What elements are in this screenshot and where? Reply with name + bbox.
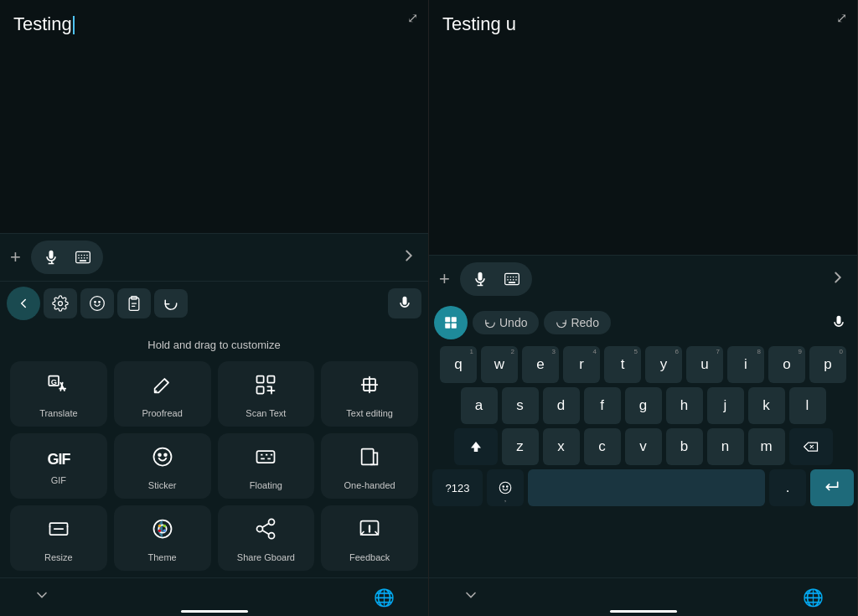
left-icon-bar [0,281,428,325]
grid-item-feedback[interactable]: Feedback [321,505,418,571]
resize-icon [47,517,70,546]
right-keyboard-button[interactable] [499,266,525,292]
redo-button[interactable]: Redo [544,311,610,334]
key-q[interactable]: q1 [440,346,477,383]
key-u[interactable]: u7 [686,346,723,383]
right-grid-button[interactable] [434,306,468,339]
key-g[interactable]: g [625,387,662,424]
left-panel: Testing ⤢ + [0,0,429,616]
svg-point-53 [503,486,504,488]
left-send-button[interactable] [400,246,418,269]
left-chevron-down-button[interactable] [34,587,50,608]
left-home-indicator [181,610,248,613]
key-shift[interactable] [454,428,498,465]
left-globe-button[interactable]: 🌐 [374,588,395,608]
key-x[interactable]: x [543,428,580,465]
grid-item-sticker[interactable]: Sticker [114,433,211,499]
key-emoji[interactable]: , [487,469,524,506]
right-mic-button[interactable] [467,266,494,292]
key-a[interactable]: a [461,387,498,424]
right-send-button[interactable] [829,268,847,291]
keyboard: q1 w2 e3 r4 t5 y6 u7 i8 o9 p0 a s d f g … [429,343,857,577]
key-s[interactable]: s [502,387,539,424]
grid-item-text-editing[interactable]: Text editing [321,361,418,427]
grid-item-gif[interactable]: GIF GIF [10,433,107,499]
grid-item-scan-text[interactable]: Scan Text [218,361,315,427]
keyboard-row-4: ?123 , . [432,469,854,506]
key-num-sym[interactable]: ?123 [432,469,483,506]
right-globe-button[interactable]: 🌐 [803,588,824,608]
grid-item-theme[interactable]: Theme [114,505,211,571]
svg-rect-6 [80,257,82,259]
key-z[interactable]: z [502,428,539,465]
key-c[interactable]: c [584,428,621,465]
key-n[interactable]: n [707,428,744,465]
grid-label-translate: Translate [39,408,77,418]
left-text-area[interactable]: Testing ⤢ [0,0,428,233]
left-clipboard-button[interactable] [117,288,151,318]
left-keyboard-button[interactable] [70,244,96,271]
key-p[interactable]: p0 [809,346,846,383]
svg-rect-3 [84,255,85,256]
grid-item-translate[interactable]: G Translate [10,361,107,427]
grid-label-gif: GIF [51,475,66,485]
right-mic-undo-bar[interactable] [825,309,852,336]
left-expand-icon[interactable]: ⤢ [407,10,418,26]
grid-item-floating[interactable]: Floating [218,433,315,499]
undo-label: Undo [499,316,527,329]
one-handed-icon [358,445,381,474]
key-space[interactable] [528,469,765,506]
scan-text-icon [254,373,277,401]
left-mic-bar-button[interactable] [388,288,421,318]
key-period[interactable]: . [769,469,806,506]
customize-hint: Hold and drag to customize [7,332,421,361]
key-d[interactable]: d [543,387,580,424]
keyboard-row-2: a s d f g h j k l [432,387,854,424]
key-f[interactable]: f [584,387,621,424]
grid-item-proofread[interactable]: Proofread [114,361,211,427]
svg-rect-18 [257,376,264,383]
svg-rect-26 [362,449,374,465]
svg-point-54 [507,486,509,488]
left-emoji-button[interactable] [80,288,114,318]
svg-point-30 [158,525,161,528]
key-t[interactable]: t5 [604,346,641,383]
key-o[interactable]: o9 [768,346,805,383]
right-mic-kbd-group [460,262,532,296]
left-mic-button[interactable] [38,244,65,271]
key-b[interactable]: b [666,428,703,465]
grid-item-share-gboard[interactable]: Share Gboard [218,505,315,571]
key-i[interactable]: i8 [727,346,764,383]
svg-rect-51 [452,324,457,329]
right-plus-button[interactable]: + [439,268,450,290]
key-m[interactable]: m [748,428,785,465]
key-j[interactable]: j [707,387,744,424]
svg-rect-5 [78,257,80,259]
svg-point-52 [499,482,511,494]
key-k[interactable]: k [748,387,785,424]
key-r[interactable]: r4 [563,346,600,383]
key-enter[interactable] [810,469,854,506]
svg-rect-43 [507,279,509,281]
left-back-button[interactable] [7,287,40,320]
left-undo-button[interactable] [154,289,188,318]
key-l[interactable]: l [789,387,826,424]
grid-item-one-handed[interactable]: One-handed [321,433,418,499]
grid-item-resize[interactable]: Resize [10,505,107,571]
left-bottom-nav: 🌐 [0,577,428,616]
key-v[interactable]: v [625,428,662,465]
key-w[interactable]: w2 [481,346,518,383]
key-e[interactable]: e3 [522,346,559,383]
right-panel: Testing u ⤢ + [429,0,858,616]
right-text-area[interactable]: Testing u ⤢ [429,0,857,255]
right-chevron-down-button[interactable] [463,587,479,608]
left-settings-button[interactable] [44,288,77,318]
left-plus-button[interactable]: + [10,246,21,268]
right-expand-icon[interactable]: ⤢ [836,10,847,26]
key-y[interactable]: y6 [645,346,682,383]
svg-rect-46 [515,279,517,281]
key-backspace[interactable] [789,428,833,465]
key-h[interactable]: h [666,387,703,424]
undo-button[interactable]: Undo [473,311,539,334]
redo-label: Redo [571,316,598,329]
